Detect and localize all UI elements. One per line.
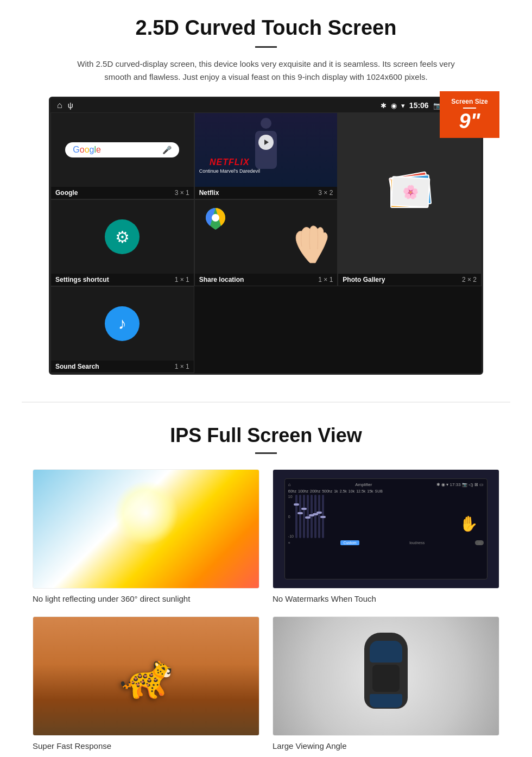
amp-toggle[interactable]: ○ (475, 540, 484, 545)
music-note-icon: ♪ (118, 314, 126, 333)
feature-cheetah: 🐆 Super Fast Response (33, 616, 259, 750)
gallery-label-bar: Photo Gallery 2 × 2 (338, 274, 481, 286)
svg-point-0 (212, 214, 219, 222)
google-search-bar[interactable]: Google 🎤 (65, 142, 179, 157)
amp-bar-6 (314, 495, 316, 538)
amp-handle-8 (320, 516, 326, 518)
google-mic-icon[interactable]: 🎤 (162, 146, 172, 154)
gallery-app-cell[interactable]: 🌸 Photo Gallery 2 × 2 (338, 112, 482, 286)
sunlight-visual (33, 470, 259, 588)
feature-label-cheetah: Super Fast Response (33, 741, 259, 750)
google-label-bar: Google 3 × 1 (51, 187, 194, 199)
title-underline (255, 46, 277, 48)
amp-handle-4 (305, 516, 311, 519)
section-divider (22, 402, 510, 402)
amp-bar-2 (299, 495, 301, 538)
screen-size-badge: Screen Size 9" (440, 91, 499, 138)
amp-header: ⌂ Amplifier ✱ ◉ ▾ 17:33 📷 ◁) ⊠ ▭ (288, 482, 484, 487)
car-roof (372, 665, 400, 692)
feature-img-car: › (273, 616, 499, 736)
section1-title: 2.5D Curved Touch Screen (33, 16, 499, 40)
netflix-bg: NETFLIX Continue Marvel's Daredevil (195, 113, 338, 187)
sound-search-app-size: 1 × 1 (175, 363, 189, 370)
car-rear (370, 694, 402, 708)
netflix-play-button[interactable] (258, 135, 274, 150)
usb-icon: ψ (68, 101, 73, 110)
netflix-logo-text: NETFLIX (199, 157, 260, 167)
sound-search-app-name: Sound Search (55, 363, 99, 370)
google-app-cell[interactable]: Google 🎤 Google 3 × 1 (50, 112, 194, 199)
google-cell-inner: Google 🎤 (51, 113, 194, 187)
amp-handle-2 (297, 512, 303, 514)
status-time: 15:06 (409, 101, 429, 110)
amp-sliders-area: 100-10 (288, 495, 484, 538)
gallery-app-size: 2 × 2 (462, 276, 477, 283)
person-head (261, 118, 271, 129)
netflix-app-size: 3 × 2 (318, 189, 333, 197)
amp-handle-7 (316, 512, 322, 514)
amp-slider-bars (295, 495, 484, 538)
netflix-subtitle: Continue Marvel's Daredevil (199, 168, 260, 174)
settings-app-cell[interactable]: ⚙ Settings shortcut 1 × 1 (50, 199, 194, 286)
section2-underline (255, 452, 277, 454)
google-app-size: 3 × 1 (175, 189, 189, 197)
amp-custom-button[interactable]: Custom (340, 540, 359, 545)
amp-screen: ⌂ Amplifier ✱ ◉ ▾ 17:33 📷 ◁) ⊠ ▭ 60hz100… (284, 478, 487, 579)
app-grid: Google 🎤 Google 3 × 1 (50, 112, 482, 373)
settings-label-bar: Settings shortcut 1 × 1 (51, 274, 194, 286)
share-location-label-bar: Share location 1 × 1 (195, 274, 338, 286)
feature-amplifier: ⌂ Amplifier ✱ ◉ ▾ 17:33 📷 ◁) ⊠ ▭ 60hz100… (273, 469, 499, 603)
amp-prev-icon: « (288, 541, 290, 545)
sound-search-app-cell[interactable]: ♪ Sound Search 1 × 1 (50, 286, 194, 373)
gallery-app-name: Photo Gallery (343, 276, 385, 283)
cheetah-visual: 🐆 (33, 617, 259, 735)
sound-circle: ♪ (105, 306, 140, 341)
settings-app-name: Settings shortcut (55, 276, 109, 283)
amp-status-icons: ✱ ◉ ▾ 17:33 📷 ◁) ⊠ ▭ (436, 482, 484, 487)
amp-home-icon: ⌂ (288, 482, 291, 487)
badge-size: 9" (459, 110, 480, 133)
feature-img-amplifier: ⌂ Amplifier ✱ ◉ ▾ 17:33 📷 ◁) ⊠ ▭ 60hz100… (273, 469, 499, 589)
device-frame: ⌂ ψ ✱ ◉ ▾ 15:06 📷 ◁) ⊠ ▭ (49, 97, 483, 375)
amp-handle-1 (294, 503, 299, 506)
feature-label-amplifier: No Watermarks When Touch (273, 594, 499, 603)
section2-title: IPS Full Screen View (33, 424, 499, 447)
device-container: Screen Size 9" ⌂ ψ ✱ ◉ ▾ 15:06 📷 ◁) ⊠ (49, 97, 483, 375)
car-windshield (370, 641, 402, 663)
photo-stack: 🌸 (388, 172, 432, 215)
feature-label-car: Large Viewing Angle (273, 741, 499, 750)
share-location-app-name: Share location (199, 276, 244, 283)
section-ips: IPS Full Screen View No light reflecting… (0, 419, 532, 757)
settings-icon-circle: ⚙ (105, 219, 140, 254)
google-logo: Google (73, 145, 101, 155)
badge-label: Screen Size (449, 98, 490, 105)
share-content (195, 200, 338, 274)
settings-app-size: 1 × 1 (175, 276, 189, 283)
amp-title: Amplifier (355, 482, 372, 487)
amp-scale: 100-10 (288, 495, 294, 538)
netflix-cell-inner: NETFLIX Continue Marvel's Daredevil (195, 113, 338, 187)
amplifier-visual: ⌂ Amplifier ✱ ◉ ▾ 17:33 📷 ◁) ⊠ ▭ 60hz100… (273, 470, 499, 588)
sound-search-label-bar: Sound Search 1 × 1 (51, 361, 194, 373)
play-triangle-icon (264, 140, 269, 145)
amp-footer: « Custom loudness ○ (288, 540, 484, 545)
netflix-app-cell[interactable]: NETFLIX Continue Marvel's Daredevil Netf… (194, 112, 338, 199)
badge-underline (463, 108, 476, 109)
feature-img-sunlight (33, 469, 259, 589)
amp-bar-1 (295, 495, 297, 538)
amp-bar-8 (322, 495, 324, 538)
feature-label-sunlight: No light reflecting under 360° direct su… (33, 594, 259, 603)
share-location-app-cell[interactable]: Share location 1 × 1 (194, 199, 338, 286)
hand-svg (288, 219, 332, 274)
cheetah-emoji: 🐆 (119, 654, 173, 698)
home-icon[interactable]: ⌂ (57, 100, 62, 110)
section-curved-screen: 2.5D Curved Touch Screen With 2.5D curve… (0, 0, 532, 386)
share-location-app-size: 1 × 1 (318, 276, 333, 283)
section1-description: With 2.5D curved-display screen, this de… (76, 58, 456, 84)
amp-loudness-label: loudness (409, 541, 425, 545)
location-icon: ◉ (391, 102, 397, 110)
status-bar: ⌂ ψ ✱ ◉ ▾ 15:06 📷 ◁) ⊠ ▭ (50, 98, 482, 112)
car-visual: › (273, 617, 499, 735)
bluetooth-icon: ✱ (381, 102, 387, 110)
flower-icon: 🌸 (402, 184, 419, 200)
